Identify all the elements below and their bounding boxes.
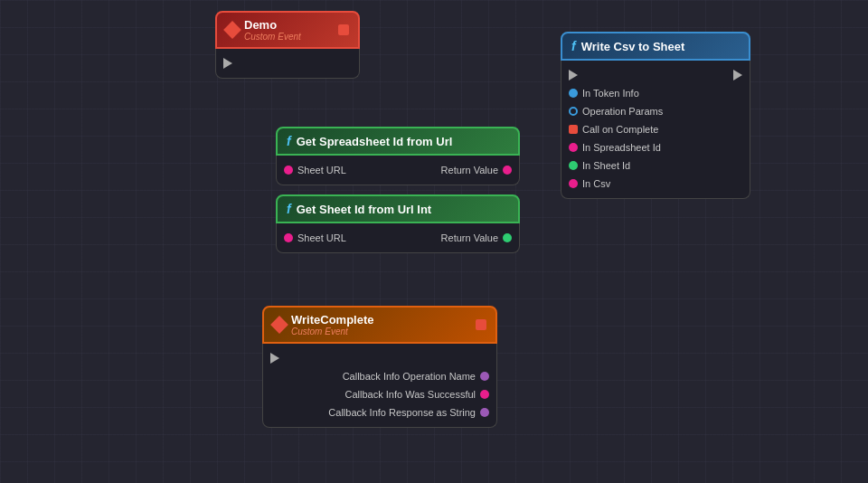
sheetid-label: In Sheet Id [582,160,630,171]
get-sheet-return-label: Return Value [441,232,498,243]
write-complete-op-label: Callback Info Operation Name [343,371,476,382]
demo-node: Demo Custom Event [215,11,360,79]
sheetid-pin [569,161,578,170]
get-spreadsheet-body: Sheet URL Return Value [276,156,520,185]
write-complete-exec-row [263,349,496,367]
write-csv-header: f Write Csv to Sheet [561,32,750,61]
write-csv-complete-row: Call on Complete [561,120,750,138]
get-sheet-title: Get Sheet Id from Url Int [297,203,432,216]
write-csv-exec-in [569,70,578,80]
get-sheet-url-label: Sheet URL [297,232,346,243]
write-complete-red-pin [476,319,486,330]
write-complete-subtitle: Custom Event [291,327,374,336]
csv-pin [569,179,578,188]
demo-exec-out [223,58,232,69]
get-sheet-node: f Get Sheet Id from Url Int Sheet URL Re… [276,194,520,253]
get-spreadsheet-return-pin [503,166,512,175]
write-complete-op-name-row: Callback Info Operation Name [263,367,496,385]
op-label: Operation Params [582,106,663,117]
spreadsheet-label: In Spreadsheet Id [582,142,661,153]
get-spreadsheet-return-label: Return Value [441,165,498,175]
write-csv-f-icon: f [571,39,576,53]
token-label: In Token Info [582,88,639,99]
write-complete-node: WriteComplete Custom Event Callback Info… [262,306,497,428]
write-complete-response-row: Callback Info Response as String [263,403,496,421]
write-csv-title: Write Csv to Sheet [581,40,685,53]
op-pin [569,107,578,116]
write-csv-token-row: In Token Info [561,84,750,102]
write-csv-csv-row: In Csv [561,175,750,193]
write-csv-body: In Token Info Operation Params Call on C… [561,61,750,199]
write-csv-node: f Write Csv to Sheet In Token Info Opera… [561,32,750,199]
get-sheet-pin-row: Sheet URL Return Value [277,229,519,247]
get-spreadsheet-title: Get Spreadsheet Id from Url [297,135,453,148]
complete-pin [569,125,578,134]
demo-red-pin [338,24,349,35]
get-spreadsheet-url-label: Sheet URL [297,165,346,175]
write-complete-response-pin [480,408,489,417]
get-sheet-header: f Get Sheet Id from Url Int [276,194,520,223]
spreadsheet-pin [569,143,578,152]
write-csv-spreadsheet-row: In Spreadsheet Id [561,138,750,156]
demo-title: Demo [244,18,301,32]
get-spreadsheet-pin-row: Sheet URL Return Value [277,161,519,179]
write-complete-header: WriteComplete Custom Event [262,306,497,344]
write-complete-diamond [270,316,288,334]
get-sheet-url-pin [284,233,293,242]
get-spreadsheet-header: f Get Spreadsheet Id from Url [276,127,520,156]
complete-label: Call on Complete [582,124,658,135]
write-complete-title: WriteComplete [291,313,374,327]
demo-node-header: Demo Custom Event [215,11,360,49]
write-csv-sheet-row: In Sheet Id [561,156,750,175]
demo-subtitle: Custom Event [244,32,301,42]
write-complete-success-row: Callback Info Was Successful [263,385,496,403]
get-spreadsheet-node: f Get Spreadsheet Id from Url Sheet URL … [276,127,520,185]
csv-label: In Csv [582,178,610,189]
get-spreadsheet-url-pin [284,166,293,175]
write-complete-exec-out [270,353,279,364]
get-sheet-return-pin [503,233,512,242]
demo-diamond-icon [223,21,241,39]
get-sheet-body: Sheet URL Return Value [276,223,520,253]
write-csv-exec-out [733,70,742,80]
get-sheet-f-icon: f [287,202,291,216]
token-pin [569,89,578,98]
write-complete-success-pin [480,390,489,399]
write-csv-op-row: Operation Params [561,102,750,120]
demo-body [215,49,360,79]
write-complete-body: Callback Info Operation Name Callback In… [262,344,497,428]
write-complete-response-label: Callback Info Response as String [328,407,476,418]
write-complete-op-pin [480,372,489,381]
write-csv-exec-row [561,66,750,84]
get-spreadsheet-f-icon: f [287,134,291,148]
write-complete-success-label: Callback Info Was Successful [345,389,476,400]
demo-exec-row [216,54,359,72]
